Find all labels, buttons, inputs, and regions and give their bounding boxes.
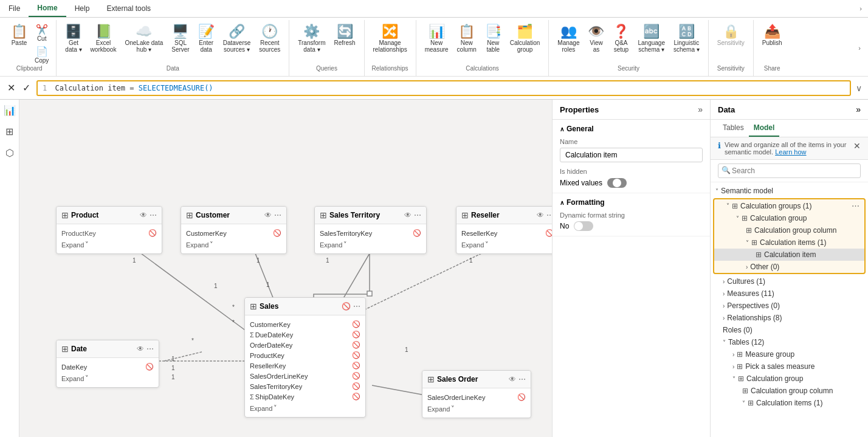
date-eye-icon[interactable]: 👁	[137, 345, 144, 353]
sales-order-eye-icon[interactable]: 👁	[509, 375, 516, 384]
dynamic-format-toggle[interactable]	[574, 221, 593, 231]
sales-eye-icon[interactable]: 🚫	[342, 302, 351, 311]
recent-sources-button[interactable]: 🕐 Recentsources	[255, 22, 284, 55]
customer-expand-link[interactable]: Expand ˅	[186, 238, 281, 250]
publish-button[interactable]: 📤 Publish	[759, 22, 786, 49]
semantic-model-root[interactable]: ˅ Semantic model	[711, 185, 868, 197]
calculation-group-item[interactable]: ˅ ⊞ Calculation group	[714, 212, 864, 224]
product-field-hide-icon[interactable]: 🚫	[148, 229, 157, 237]
sales-territory-eye-icon[interactable]: 👁	[404, 211, 412, 219]
pick-sales-measure-item[interactable]: › ⊞ Pick a sales measure	[711, 360, 868, 373]
sql-server-button[interactable]: 🖥️ SQLServer	[168, 22, 193, 55]
manage-roles-button[interactable]: 👥 Manageroles	[554, 22, 583, 55]
calc-group-tables-item[interactable]: ˅ ⊞ Calculation group	[711, 373, 868, 385]
date-more-icon[interactable]: ⋯	[146, 345, 154, 353]
sales-territory-more-icon[interactable]: ⋯	[414, 211, 421, 219]
enter-data-button[interactable]: 📝 Enterdata	[195, 22, 218, 55]
refresh-button[interactable]: 🔄 Refresh	[331, 22, 359, 49]
measure-group-item[interactable]: › ⊞ Measure group	[711, 348, 868, 360]
calc-group-col-2-item[interactable]: ⊞ Calculation group column	[711, 385, 868, 397]
tab-model[interactable]: Model	[749, 120, 780, 137]
product-expand-link[interactable]: Expand ˅	[61, 238, 157, 250]
calc-groups-more-icon[interactable]: ⋯	[852, 201, 859, 210]
sales-resellerkey-hide[interactable]: 🚫	[352, 362, 360, 370]
formula-confirm-button[interactable]: ✓	[20, 81, 33, 95]
tab-help[interactable]: Help	[66, 1, 98, 16]
customer-more-icon[interactable]: ⋯	[274, 211, 281, 219]
language-schema-button[interactable]: 🔤 Languageschema ▾	[634, 22, 669, 55]
ribbon-overflow[interactable]: ›	[858, 44, 861, 52]
reseller-hide-icon[interactable]: 🚫	[545, 229, 552, 237]
qa-setup-button[interactable]: ❓ Q&Asetup	[609, 22, 633, 55]
new-column-button[interactable]: 📋 Newcolumn	[453, 22, 480, 55]
sidebar-data-icon[interactable]: ⊞	[3, 123, 16, 140]
sales-order-expand-link[interactable]: Expand ˅	[427, 402, 526, 414]
sales-territory-expand-link[interactable]: Expand ˅	[320, 238, 421, 250]
reseller-more-icon[interactable]: ⋯	[546, 211, 552, 219]
excel-workbook-button[interactable]: 📗 Excelworkbook	[87, 22, 120, 55]
sidebar-model-icon[interactable]: ⬡	[3, 145, 16, 161]
sales-duedatekey-hide[interactable]: 🚫	[352, 331, 360, 339]
sales-order-more-icon[interactable]: ⋯	[518, 375, 526, 384]
sales-productkey-hide[interactable]: 🚫	[352, 351, 360, 359]
formula-cancel-button[interactable]: ✕	[5, 81, 18, 95]
perspectives-item[interactable]: › Perspectives (0)	[711, 300, 868, 312]
reseller-expand-link[interactable]: Expand ˅	[461, 238, 552, 250]
formatting-section-header[interactable]: ∧ Formatting	[560, 198, 703, 207]
sales-order-hide-icon[interactable]: 🚫	[517, 393, 526, 401]
paste-button[interactable]: 📋 Paste	[7, 22, 31, 49]
customer-field-hide-icon[interactable]: 🚫	[273, 229, 281, 237]
sales-shipdatekey-hide[interactable]: 🚫	[352, 393, 360, 401]
get-data-button[interactable]: 🗄️ Getdata ▾	[61, 22, 85, 55]
sales-more-icon[interactable]: ⋯	[353, 302, 360, 311]
sensitivity-button[interactable]: 🔒 Sensitivity	[714, 22, 748, 49]
date-hide-icon[interactable]: 🚫	[145, 363, 154, 371]
product-more-icon[interactable]: ⋯	[150, 211, 157, 219]
view-as-button[interactable]: 👁️ Viewas	[584, 22, 608, 55]
calculation-groups-item[interactable]: ˅ ⊞ Calculation groups (1) ⋯	[714, 199, 864, 212]
formula-expand-button[interactable]: ∨	[855, 82, 863, 94]
date-expand-link[interactable]: Expand ˅	[61, 372, 154, 384]
relationships-item[interactable]: › Relationships (8)	[711, 312, 868, 324]
tables-item[interactable]: ˅ Tables (12)	[711, 336, 868, 348]
reseller-eye-icon[interactable]: 👁	[537, 211, 544, 219]
data-search-input[interactable]	[718, 163, 861, 178]
manage-relationships-button[interactable]: 🔀 Managerelationships	[370, 22, 411, 55]
sidebar-report-icon[interactable]: 📊	[1, 102, 18, 119]
tab-tables[interactable]: Tables	[718, 120, 749, 137]
onelake-button[interactable]: ☁️ OneLake datahub ▾	[121, 22, 167, 55]
data-panel-collapse-button[interactable]: »	[856, 105, 861, 114]
formula-input[interactable]: 1 Calculation item = SELECTEDMEASURE()	[36, 80, 851, 96]
sales-orderdatekey-hide[interactable]: 🚫	[352, 341, 360, 349]
measures-item[interactable]: › Measures (11)	[711, 287, 868, 300]
data-panel-info-close-button[interactable]: ✕	[853, 141, 861, 151]
properties-collapse-button[interactable]: »	[698, 105, 703, 114]
name-prop-input[interactable]	[560, 148, 703, 162]
customer-eye-icon[interactable]: 👁	[264, 211, 272, 219]
calculation-items-item[interactable]: ˅ ⊞ Calculation items (1)	[714, 236, 864, 249]
linguistic-schema-button[interactable]: 🔠 Linguisticschema ▾	[670, 22, 703, 55]
sales-customerkey-hide[interactable]: 🚫	[352, 320, 360, 328]
copy-button[interactable]: 📄 Copy	[32, 44, 51, 65]
other-item[interactable]: › Other (0)	[714, 261, 864, 273]
sales-salesterritorykey-hide[interactable]: 🚫	[352, 382, 360, 390]
transform-data-button[interactable]: ⚙️ Transformdata ▾	[294, 22, 329, 55]
general-section-header[interactable]: ∧ General	[560, 125, 703, 133]
calc-items-2-item[interactable]: ˅ ⊞ Calculation items (1)	[711, 397, 868, 409]
new-measure-button[interactable]: 📊 Newmeasure	[421, 22, 452, 55]
learn-how-link[interactable]: Learn how	[775, 148, 806, 156]
tab-file[interactable]: File	[0, 1, 29, 16]
sales-expand-link[interactable]: Expand ˅	[250, 402, 360, 413]
new-table-button[interactable]: 📑 Newtable	[481, 22, 505, 55]
dataverse-button[interactable]: 🔗 Dataversesources ▾	[219, 22, 255, 55]
roles-item[interactable]: Roles (0)	[711, 324, 868, 336]
sales-territory-hide-icon[interactable]: 🚫	[413, 229, 421, 237]
cut-button[interactable]: ✂️ Cut	[32, 22, 51, 43]
calc-group-column-item[interactable]: ⊞ Calculation group column	[714, 224, 864, 236]
tab-home[interactable]: Home	[29, 0, 66, 17]
product-eye-icon[interactable]: 👁	[140, 211, 147, 219]
calculation-item-selected[interactable]: ⊞ Calculation item	[714, 249, 864, 261]
mixed-values-toggle[interactable]	[607, 178, 627, 188]
cultures-item[interactable]: › Cultures (1)	[711, 275, 868, 287]
calculation-group-button[interactable]: 🗂️ Calculationgroup	[506, 22, 543, 55]
